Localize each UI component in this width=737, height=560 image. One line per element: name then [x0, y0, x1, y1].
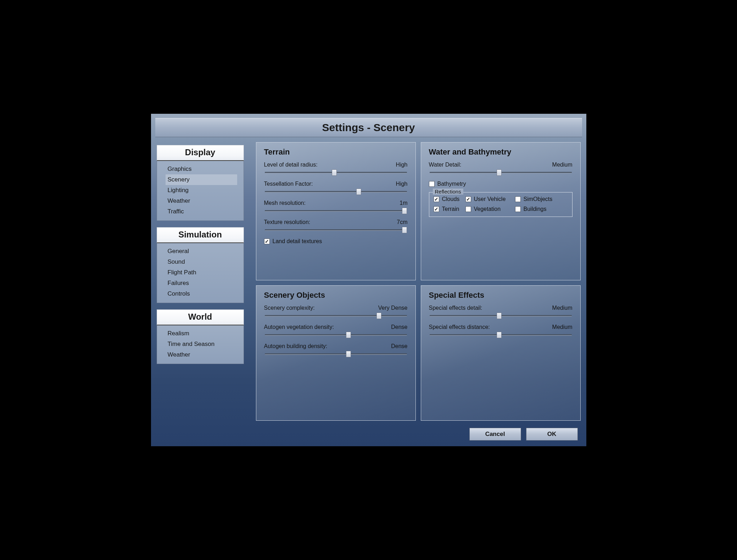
slider-mesh-resolution[interactable]	[264, 208, 408, 213]
checkbox-refl-simobjects[interactable]	[515, 196, 521, 202]
nav-group-world: World Realism Time and Season Weather	[157, 309, 244, 364]
nav-item-weather[interactable]: Weather	[157, 196, 244, 206]
checkbox-row-bathymetry: Bathymetry	[429, 181, 573, 187]
slider-autogen-veg[interactable]	[264, 332, 408, 337]
label-autogen-veg: Autogen vegetation density:	[264, 324, 334, 330]
slider-fx-detail[interactable]	[429, 313, 573, 318]
nav-item-traffic[interactable]: Traffic	[157, 206, 244, 217]
sidebar: Display Graphics Scenery Lighting Weathe…	[157, 142, 244, 443]
label-mesh-resolution: Mesh resolution:	[264, 200, 306, 206]
value-fx-distance: Medium	[552, 324, 573, 330]
slider-water-detail[interactable]	[429, 170, 573, 175]
value-scenery-complexity: Very Dense	[378, 305, 408, 311]
panel-terrain: Terrain Level of detail radius: High Tes…	[256, 142, 416, 280]
setting-tessellation: Tessellation Factor: High	[264, 181, 408, 194]
nav-body-world: Realism Time and Season Weather	[157, 325, 244, 364]
nav-item-world-weather[interactable]: Weather	[157, 349, 244, 360]
slider-autogen-bld[interactable]	[264, 352, 408, 357]
nav-body-display: Graphics Scenery Lighting Weather Traffi…	[157, 161, 244, 221]
label-scenery-complexity: Scenery complexity:	[264, 305, 315, 311]
nav-item-graphics[interactable]: Graphics	[157, 164, 244, 174]
value-water-detail: Medium	[552, 162, 573, 168]
panel-special-effects: Special Effects Special effects detail: …	[421, 285, 581, 421]
setting-texture-resolution: Texture resolution: 7cm	[264, 219, 408, 233]
slider-scenery-complexity[interactable]	[264, 313, 408, 318]
cancel-button[interactable]: Cancel	[469, 428, 521, 441]
label-fx-detail: Special effects detail:	[429, 305, 482, 311]
nav-item-time-season[interactable]: Time and Season	[157, 339, 244, 349]
label-tessellation: Tessellation Factor:	[264, 181, 313, 187]
setting-water-detail: Water Detail: Medium	[429, 162, 573, 175]
value-autogen-veg: Dense	[391, 324, 407, 330]
setting-scenery-complexity: Scenery complexity: Very Dense	[264, 305, 408, 318]
nav-header-simulation: Simulation	[157, 227, 244, 243]
value-fx-detail: Medium	[552, 305, 573, 311]
nav-body-simulation: General Sound Flight Path Failures Contr…	[157, 243, 244, 303]
window-title: Settings - Scenery	[322, 122, 415, 134]
checkbox-row-land-detail: Land detail textures	[264, 238, 408, 245]
checkbox-refl-terrain[interactable]	[434, 206, 439, 212]
setting-mesh-resolution: Mesh resolution: 1m	[264, 200, 408, 213]
nav-item-scenery[interactable]: Scenery	[166, 174, 237, 185]
checkbox-refl-buildings[interactable]	[515, 206, 521, 212]
checkbox-refl-clouds[interactable]	[434, 196, 439, 202]
setting-fx-detail: Special effects detail: Medium	[429, 305, 573, 318]
checkbox-refl-user-vehicle[interactable]	[465, 196, 471, 202]
nav-item-failures[interactable]: Failures	[157, 278, 244, 289]
nav-header-display: Display	[157, 145, 244, 161]
nav-item-general[interactable]: General	[157, 246, 244, 257]
main-panels: Terrain Level of detail radius: High Tes…	[256, 142, 581, 443]
label-bathymetry: Bathymetry	[437, 181, 466, 187]
panel-special-effects-title: Special Effects	[429, 291, 573, 300]
reflection-vegetation: Vegetation	[465, 206, 514, 212]
label-refl-simobjects: SimObjects	[524, 196, 553, 202]
value-tessellation: High	[396, 181, 408, 187]
titlebar: Settings - Scenery	[155, 118, 582, 137]
reflection-simobjects: SimObjects	[515, 196, 561, 202]
reflection-buildings: Buildings	[515, 206, 561, 212]
setting-fx-distance: Special effects distance: Medium	[429, 324, 573, 337]
checkbox-refl-vegetation[interactable]	[465, 206, 471, 212]
nav-header-world: World	[157, 309, 244, 325]
label-autogen-bld: Autogen building density:	[264, 343, 328, 349]
value-texture-resolution: 7cm	[397, 219, 407, 225]
slider-tessellation[interactable]	[264, 189, 408, 194]
nav-item-flight-path[interactable]: Flight Path	[157, 267, 244, 278]
setting-autogen-veg: Autogen vegetation density: Dense	[264, 324, 408, 337]
setting-autogen-bld: Autogen building density: Dense	[264, 343, 408, 357]
reflection-terrain: Terrain	[434, 206, 464, 212]
footer-buttons: Cancel OK	[469, 428, 578, 441]
nav-item-sound[interactable]: Sound	[157, 257, 244, 267]
nav-item-realism[interactable]: Realism	[157, 328, 244, 339]
slider-texture-resolution[interactable]	[264, 228, 408, 233]
label-refl-vegetation: Vegetation	[474, 206, 501, 212]
panel-water-title: Water and Bathymetry	[429, 147, 573, 157]
nav-item-lighting[interactable]: Lighting	[157, 185, 244, 196]
checkbox-land-detail[interactable]	[264, 239, 270, 244]
label-water-detail: Water Detail:	[429, 162, 462, 168]
nav-group-simulation: Simulation General Sound Flight Path Fai…	[157, 227, 244, 303]
panel-water: Water and Bathymetry Water Detail: Mediu…	[421, 142, 581, 280]
label-texture-resolution: Texture resolution:	[264, 219, 311, 225]
label-refl-user-vehicle: User Vehicle	[474, 196, 506, 202]
fieldset-reflections: Reflections Clouds User Vehicle SimOb	[429, 192, 573, 217]
slider-fx-distance[interactable]	[429, 332, 573, 337]
checkbox-bathymetry[interactable]	[429, 181, 435, 187]
value-lod-radius: High	[396, 162, 408, 168]
reflection-user-vehicle: User Vehicle	[465, 196, 514, 202]
nav-item-controls[interactable]: Controls	[157, 289, 244, 299]
label-land-detail: Land detail textures	[273, 238, 322, 245]
window-body: Display Graphics Scenery Lighting Weathe…	[151, 137, 586, 446]
label-fx-distance: Special effects distance:	[429, 324, 490, 330]
panel-scenery-objects-title: Scenery Objects	[264, 291, 408, 300]
ok-button[interactable]: OK	[526, 428, 578, 441]
panel-terrain-title: Terrain	[264, 147, 408, 157]
setting-lod-radius: Level of detail radius: High	[264, 162, 408, 175]
slider-lod-radius[interactable]	[264, 170, 408, 175]
label-refl-terrain: Terrain	[442, 206, 459, 212]
reflection-clouds: Clouds	[434, 196, 464, 202]
legend-reflections: Reflections	[433, 189, 463, 195]
panel-scenery-objects: Scenery Objects Scenery complexity: Very…	[256, 285, 416, 421]
value-mesh-resolution: 1m	[400, 200, 407, 206]
label-lod-radius: Level of detail radius:	[264, 162, 318, 168]
